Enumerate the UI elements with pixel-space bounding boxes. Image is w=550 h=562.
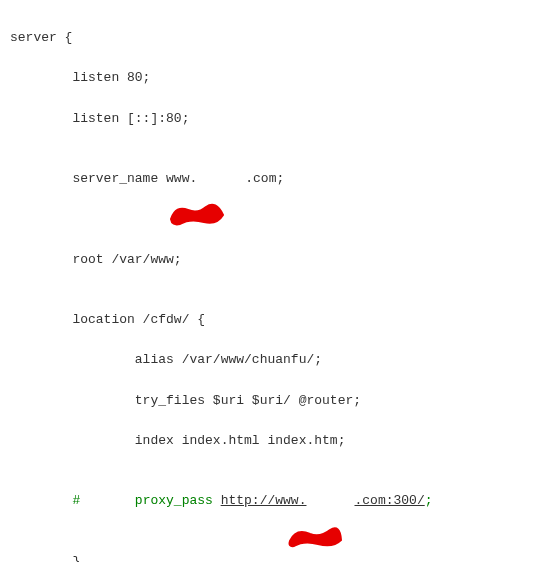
code-line: root /var/www; <box>10 250 540 270</box>
code-line-server-name: server_name www..com; <box>10 169 540 209</box>
code-line-comment-proxy-pass: # proxy_pass http://www..com:300/; <box>10 491 540 531</box>
code-line: location /cfdw/ { <box>10 310 540 330</box>
code-line: try_files $uri $uri/ @router; <box>10 391 540 411</box>
code-line: alias /var/www/chuanfu/; <box>10 350 540 370</box>
code-line: listen [::]:80; <box>10 109 540 129</box>
code-line: listen 80; <box>10 68 540 88</box>
code-line: } <box>10 552 540 562</box>
code-line: server { <box>10 28 540 48</box>
nginx-config-snippet: server { listen 80; listen [::]:80; serv… <box>0 0 550 562</box>
code-line: index index.html index.htm; <box>10 431 540 451</box>
